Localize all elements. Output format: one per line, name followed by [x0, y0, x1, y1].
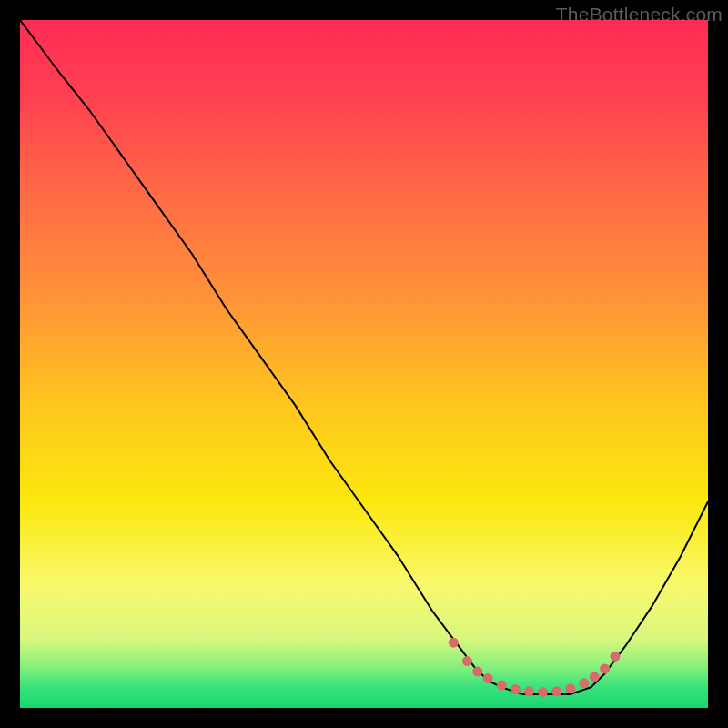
chart-svg	[20, 20, 708, 708]
highlight-dots	[579, 678, 589, 688]
highlight-dots	[551, 686, 561, 696]
plot-area	[20, 20, 708, 708]
gradient-background	[20, 20, 708, 708]
highlight-dots	[538, 687, 548, 697]
highlight-dots	[497, 681, 507, 691]
chart-container: TheBottleneck.com	[0, 0, 728, 728]
highlight-dots	[483, 673, 493, 683]
highlight-dots	[590, 672, 600, 682]
highlight-dots	[610, 652, 620, 662]
highlight-dots	[472, 666, 482, 676]
highlight-dots	[511, 684, 521, 694]
highlight-dots	[462, 656, 472, 666]
highlight-dots	[600, 663, 610, 673]
highlight-dots	[524, 686, 534, 696]
highlight-dots	[449, 638, 459, 648]
highlight-dots	[565, 683, 575, 693]
